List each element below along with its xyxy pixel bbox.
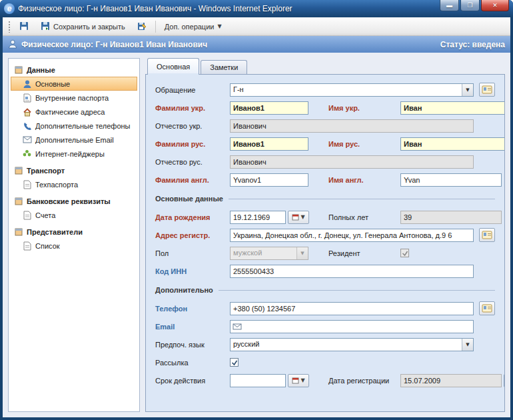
close-button[interactable]: ✕	[481, 0, 509, 11]
phone-input[interactable]	[230, 302, 474, 315]
document-icon	[22, 241, 32, 251]
gender-value: мужской	[231, 247, 296, 259]
mailing-checkbox[interactable]	[230, 358, 239, 367]
sidebar-item-label: Техпаспорта	[35, 181, 78, 189]
tree-group-label: Банковские реквизиты	[27, 197, 111, 205]
sidebar-item-addresses[interactable]: Фактические адреса	[11, 105, 137, 119]
envelope-icon	[233, 323, 242, 330]
language-combobox[interactable]: русский ▼	[230, 338, 474, 351]
resident-label: Резидент	[328, 249, 400, 257]
surname-eng-input[interactable]	[230, 173, 308, 187]
validity-input[interactable]	[230, 374, 286, 387]
tree-group-representatives[interactable]: Представители	[11, 225, 137, 239]
operations-menu-button[interactable]: Доп. операции ▼	[160, 20, 227, 33]
section-icon	[13, 165, 23, 175]
card-icon	[482, 231, 492, 239]
birth-date-label: Дата рождения	[155, 213, 230, 221]
section-divider	[219, 290, 495, 291]
section-title: Дополнительно	[155, 286, 213, 294]
card-icon	[482, 304, 492, 313]
tree-group-label: Представители	[27, 228, 83, 236]
pager-icon	[22, 149, 32, 159]
language-label: Предпоч. язык	[155, 341, 230, 349]
reg-date-picker-button[interactable]: ▼	[504, 374, 505, 387]
open-phone-button[interactable]	[479, 301, 495, 315]
open-card-button[interactable]	[479, 83, 495, 97]
internet-explorer-icon: e	[4, 3, 15, 14]
minimize-button[interactable]: ▬	[440, 0, 459, 11]
open-address-button[interactable]	[479, 228, 495, 242]
sidebar-item-list[interactable]: Список	[11, 239, 137, 253]
email-input[interactable]	[244, 321, 471, 332]
surname-rus-label: Фамилия рус.	[155, 140, 230, 148]
maximize-button[interactable]: ❐	[460, 0, 480, 11]
sidebar-item-accounts[interactable]: Счета	[11, 208, 137, 222]
phone-label: Телефон	[155, 305, 230, 313]
mailing-label: Рассылка	[155, 359, 230, 367]
form-panel: Обращение Г-н ▼	[145, 74, 505, 412]
tab-notes[interactable]: Заметки	[201, 60, 247, 74]
card-icon	[482, 85, 492, 94]
inn-label: Код ИНН	[155, 267, 230, 275]
name-ukr-input[interactable]	[400, 101, 505, 115]
window-title: Физическое лицо: Г-н Иванов1 Иван Иванов…	[18, 4, 292, 13]
sidebar-item-passports[interactable]: Внутренние паспорта	[11, 91, 137, 105]
validity-date-picker-button[interactable]: ▼	[288, 374, 309, 387]
salutation-combobox[interactable]: Г-н ▼	[230, 83, 474, 97]
age-label: Полных лет	[328, 213, 400, 221]
section-main-data: Основные данные	[155, 193, 495, 204]
tree-group-bank[interactable]: Банковские реквизиты	[11, 194, 137, 208]
sidebar-item-label: Фактические адреса	[35, 108, 105, 116]
sidebar-item-label: Счета	[35, 211, 55, 219]
gender-label: Пол	[155, 249, 230, 257]
patronymic-ukr-input	[230, 119, 474, 133]
chevron-down-icon[interactable]: ▼	[462, 339, 473, 351]
sidebar-item-label: Список	[35, 242, 60, 250]
section-divider	[229, 199, 495, 199]
toolbar-grip[interactable]	[8, 21, 11, 33]
surname-ukr-input[interactable]	[230, 101, 308, 115]
sidebar-item-main[interactable]: Основные	[11, 77, 137, 91]
record-header: Физическое лицо: Г-н Иванов1 Иван Иванов…	[3, 36, 510, 53]
inn-input[interactable]	[230, 265, 474, 278]
section-title: Основные данные	[155, 195, 223, 203]
sidebar-item-techpassports[interactable]: Техпаспорта	[11, 177, 137, 191]
sidebar-item-phones[interactable]: Дополнительные телефоны	[11, 119, 137, 133]
tree-group-data[interactable]: Данные	[11, 63, 137, 77]
calendar-icon	[292, 213, 299, 221]
section-icon	[13, 196, 23, 206]
person-icon	[8, 39, 17, 50]
sidebar-item-pagers[interactable]: Интернет-пейджеры	[11, 147, 137, 161]
phone-icon	[22, 121, 32, 131]
tree-group-transport[interactable]: Транспорт	[11, 163, 137, 177]
tree-group-label: Транспорт	[27, 167, 65, 175]
email-field[interactable]	[230, 320, 474, 333]
birth-date-input[interactable]	[230, 211, 286, 224]
check-icon	[402, 250, 408, 257]
reg-date-input	[400, 374, 502, 387]
patronymic-rus-label: Отчество рус.	[155, 158, 230, 166]
salutation-value: Г-н	[231, 84, 462, 96]
surname-rus-input[interactable]	[230, 137, 308, 151]
save-button[interactable]	[15, 19, 33, 35]
save-and-close-button[interactable]: Сохранить и закрыть	[36, 19, 130, 35]
sidebar-item-label: Внутренние паспорта	[35, 94, 109, 102]
save-and-new-button[interactable]	[133, 19, 151, 35]
passport-icon	[22, 93, 32, 103]
tree-group-label: Данные	[27, 66, 55, 74]
surname-ukr-label: Фамилия укр.	[155, 104, 230, 112]
name-rus-input[interactable]	[400, 137, 505, 151]
language-value: русский	[231, 339, 462, 351]
chevron-down-icon[interactable]: ▼	[462, 84, 473, 96]
validity-label: Срок действия	[155, 377, 230, 385]
name-eng-input[interactable]	[400, 173, 502, 187]
person-icon	[22, 79, 32, 89]
tab-label: Основная	[157, 63, 190, 71]
name-ukr-label: Имя укр.	[328, 104, 400, 112]
sidebar-item-email[interactable]: Дополнительные Email	[11, 133, 137, 147]
tab-main[interactable]: Основная	[147, 58, 199, 74]
titlebar: e Физическое лицо: Г-н Иванов1 Иван Иван…	[0, 0, 513, 17]
check-icon	[231, 359, 238, 366]
reg-address-input[interactable]	[230, 229, 474, 242]
birth-date-picker-button[interactable]: ▼	[288, 211, 309, 224]
